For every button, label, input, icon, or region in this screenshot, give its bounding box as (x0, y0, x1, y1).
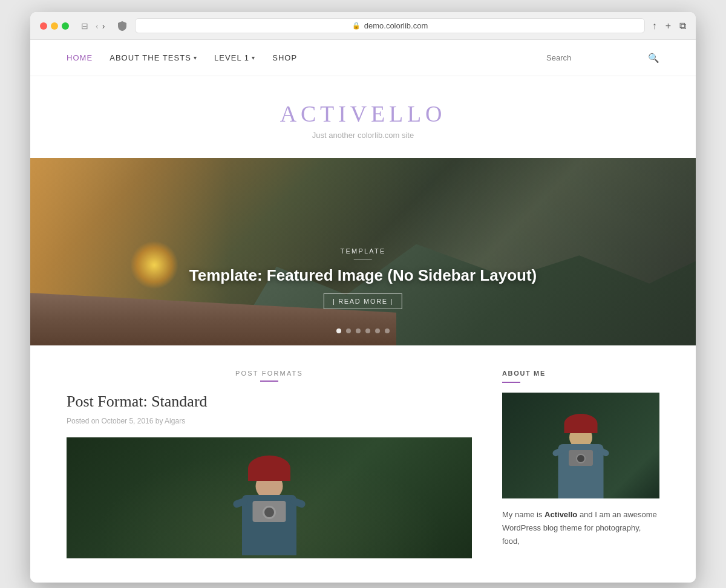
browser-window: ⊟ ‹ › 🔒 demo.colorlib.com ↑ + ⧉ HOME Abo… (30, 12, 696, 583)
post-image (67, 437, 472, 558)
back-button[interactable]: ‹ (96, 21, 99, 31)
search-icon[interactable]: 🔍 (648, 53, 659, 64)
site-tagline: Just another colorlib.com site (30, 131, 696, 140)
url-text: demo.colorlib.com (364, 21, 428, 30)
search-area: 🔍 (546, 53, 659, 64)
chevron-down-icon: ▾ (194, 54, 197, 61)
sidebar-about-title: ABOUT ME (502, 370, 659, 377)
duplicate-icon[interactable]: ⧉ (679, 21, 686, 31)
search-input[interactable] (546, 53, 643, 62)
main-content: POST FORMATS Post Format: Standard Poste… (30, 345, 696, 583)
hero-content: TEMPLATE Template: Featured Image (No Si… (189, 247, 537, 309)
sidebar-title-underline (502, 382, 520, 383)
sidebar-area: ABOUT ME My name is (502, 370, 659, 558)
post-title[interactable]: Post Format: Standard (67, 393, 472, 411)
hero-dot-3[interactable] (356, 328, 361, 333)
browser-chrome: ⊟ ‹ › 🔒 demo.colorlib.com ↑ + ⧉ (30, 12, 696, 40)
site-title: ACTIVELLO (30, 100, 696, 127)
url-bar[interactable]: 🔒 demo.colorlib.com (135, 18, 644, 33)
nav-level1[interactable]: LEVEL 1 ▾ (214, 53, 255, 62)
site-content: HOME AboUt THE TESTS ▾ LEVEL 1 ▾ SHOP 🔍 … (30, 40, 696, 583)
sidebar-about-image (502, 393, 659, 498)
post-meta: Posted on October 5, 2016 by Aigars (67, 417, 472, 425)
chevron-down-icon: ▾ (252, 54, 255, 61)
post-category-label: POST FORMATS (67, 370, 472, 377)
lock-icon: 🔒 (352, 22, 361, 30)
hero-category-label: TEMPLATE (189, 247, 537, 255)
new-tab-icon[interactable]: + (666, 21, 671, 31)
site-nav: HOME AboUt THE TESTS ▾ LEVEL 1 ▾ SHOP 🔍 (30, 40, 696, 76)
posts-area: POST FORMATS Post Format: Standard Poste… (67, 370, 502, 558)
about-text: My name is Activello and I am an awesome… (502, 508, 659, 548)
hero-title: Template: Featured Image (No Sidebar Lay… (189, 266, 537, 285)
hero-slider: TEMPLATE Template: Featured Image (No Si… (30, 158, 696, 345)
minimize-button[interactable] (51, 22, 58, 30)
hero-category-line (354, 260, 372, 260)
nav-shop[interactable]: SHOP (272, 53, 297, 62)
hero-sun (130, 241, 178, 289)
hero-dots (336, 328, 390, 333)
post-meta-text: Posted on October 5, 2016 by Aigars (67, 417, 185, 425)
hero-dot-5[interactable] (375, 328, 380, 333)
nav-about[interactable]: AboUt THE TESTS ▾ (110, 53, 197, 62)
nav-home[interactable]: HOME (67, 53, 93, 62)
maximize-button[interactable] (62, 22, 69, 30)
sidebar-toggle-icon[interactable]: ⊟ (81, 21, 88, 31)
hero-dot-2[interactable] (346, 328, 351, 333)
about-text-1: My name is (502, 510, 544, 519)
close-button[interactable] (40, 22, 47, 30)
post-category-underline (260, 381, 278, 382)
nav-buttons: ‹ › (96, 21, 105, 31)
hero-dot-4[interactable] (365, 328, 370, 333)
shield-icon (117, 21, 128, 31)
browser-actions: ↑ + ⧉ (652, 21, 686, 31)
site-header: ACTIVELLO Just another colorlib.com site (30, 76, 696, 158)
traffic-lights (40, 22, 69, 30)
forward-button[interactable]: › (102, 21, 105, 31)
hero-dot-6[interactable] (385, 328, 390, 333)
hero-dot-1[interactable] (336, 328, 341, 333)
about-brand: Activello (544, 510, 577, 519)
reload-icon[interactable]: ↑ (652, 21, 657, 31)
nav-links: HOME AboUt THE TESTS ▾ LEVEL 1 ▾ SHOP (67, 53, 546, 62)
hero-read-more-button[interactable]: | READ MORE | (324, 293, 402, 309)
